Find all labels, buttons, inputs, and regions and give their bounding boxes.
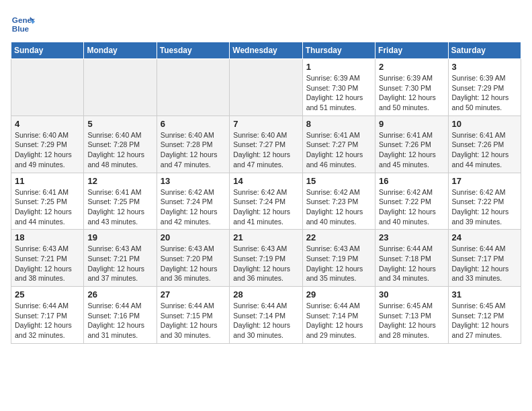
day-number: 6: [161, 119, 226, 129]
calendar-cell: 2Sunrise: 6:39 AM Sunset: 7:30 PM Daylig…: [375, 59, 448, 116]
day-number: 24: [452, 232, 517, 242]
day-header-thursday: Thursday: [302, 42, 375, 59]
day-number: 28: [233, 289, 298, 300]
day-info: Sunrise: 6:42 AM Sunset: 7:24 PM Dayligh…: [161, 187, 226, 227]
day-number: 31: [452, 289, 517, 300]
day-info: Sunrise: 6:44 AM Sunset: 7:16 PM Dayligh…: [87, 301, 152, 340]
logo: General Blue: [11, 11, 38, 35]
logo-icon: General Blue: [11, 11, 35, 35]
day-number: 30: [379, 289, 444, 300]
calendar: SundayMondayTuesdayWednesdayThursdayFrid…: [11, 42, 521, 344]
calendar-week-3: 11Sunrise: 6:41 AM Sunset: 7:25 PM Dayli…: [11, 173, 521, 230]
day-number: 26: [87, 289, 152, 300]
day-header-sunday: Sunday: [11, 42, 84, 59]
svg-text:Blue: Blue: [12, 24, 30, 33]
day-info: Sunrise: 6:45 AM Sunset: 7:12 PM Dayligh…: [452, 301, 517, 340]
calendar-cell: 17Sunrise: 6:42 AM Sunset: 7:22 PM Dayli…: [448, 173, 521, 230]
calendar-cell: 7Sunrise: 6:40 AM Sunset: 7:27 PM Daylig…: [230, 116, 302, 173]
calendar-week-5: 25Sunrise: 6:44 AM Sunset: 7:17 PM Dayli…: [11, 287, 521, 344]
day-number: 27: [161, 289, 226, 300]
day-info: Sunrise: 6:41 AM Sunset: 7:25 PM Dayligh…: [15, 187, 80, 227]
calendar-cell: 6Sunrise: 6:40 AM Sunset: 7:28 PM Daylig…: [157, 116, 229, 173]
day-number: 21: [233, 232, 298, 242]
day-number: 23: [379, 232, 444, 242]
calendar-cell: 31Sunrise: 6:45 AM Sunset: 7:12 PM Dayli…: [448, 287, 521, 344]
day-info: Sunrise: 6:44 AM Sunset: 7:14 PM Dayligh…: [306, 301, 371, 340]
day-info: Sunrise: 6:43 AM Sunset: 7:21 PM Dayligh…: [87, 244, 152, 283]
calendar-cell: 25Sunrise: 6:44 AM Sunset: 7:17 PM Dayli…: [11, 287, 84, 344]
day-info: Sunrise: 6:42 AM Sunset: 7:24 PM Dayligh…: [233, 187, 298, 227]
day-info: Sunrise: 6:44 AM Sunset: 7:17 PM Dayligh…: [452, 244, 517, 283]
calendar-cell: 27Sunrise: 6:44 AM Sunset: 7:15 PM Dayli…: [157, 287, 229, 344]
day-number: 4: [15, 119, 80, 129]
day-number: 19: [87, 232, 152, 242]
calendar-cell: 20Sunrise: 6:43 AM Sunset: 7:20 PM Dayli…: [157, 230, 229, 287]
day-number: 1: [306, 62, 371, 72]
day-number: 3: [452, 62, 517, 72]
calendar-cell: 1Sunrise: 6:39 AM Sunset: 7:30 PM Daylig…: [302, 59, 375, 116]
day-info: Sunrise: 6:43 AM Sunset: 7:19 PM Dayligh…: [306, 244, 371, 283]
day-info: Sunrise: 6:39 AM Sunset: 7:30 PM Dayligh…: [379, 73, 444, 113]
day-info: Sunrise: 6:39 AM Sunset: 7:30 PM Dayligh…: [306, 73, 371, 113]
calendar-header-row: SundayMondayTuesdayWednesdayThursdayFrid…: [11, 42, 521, 59]
calendar-cell: [11, 59, 84, 116]
day-info: Sunrise: 6:44 AM Sunset: 7:15 PM Dayligh…: [161, 301, 226, 340]
day-number: 12: [87, 176, 152, 186]
calendar-cell: 28Sunrise: 6:44 AM Sunset: 7:14 PM Dayli…: [230, 287, 302, 344]
day-info: Sunrise: 6:40 AM Sunset: 7:27 PM Dayligh…: [233, 130, 298, 170]
calendar-week-2: 4Sunrise: 6:40 AM Sunset: 7:29 PM Daylig…: [11, 116, 521, 173]
day-info: Sunrise: 6:43 AM Sunset: 7:20 PM Dayligh…: [161, 244, 226, 283]
calendar-cell: 4Sunrise: 6:40 AM Sunset: 7:29 PM Daylig…: [11, 116, 84, 173]
day-info: Sunrise: 6:41 AM Sunset: 7:26 PM Dayligh…: [452, 130, 517, 170]
day-info: Sunrise: 6:44 AM Sunset: 7:14 PM Dayligh…: [233, 301, 298, 340]
day-number: 13: [161, 176, 226, 186]
day-info: Sunrise: 6:40 AM Sunset: 7:28 PM Dayligh…: [87, 130, 152, 170]
calendar-cell: 16Sunrise: 6:42 AM Sunset: 7:22 PM Dayli…: [375, 173, 448, 230]
day-info: Sunrise: 6:42 AM Sunset: 7:23 PM Dayligh…: [306, 187, 371, 227]
day-header-wednesday: Wednesday: [230, 42, 302, 59]
day-header-friday: Friday: [375, 42, 448, 59]
day-number: 16: [379, 176, 444, 186]
day-info: Sunrise: 6:40 AM Sunset: 7:29 PM Dayligh…: [15, 130, 80, 170]
calendar-cell: 26Sunrise: 6:44 AM Sunset: 7:16 PM Dayli…: [84, 287, 157, 344]
day-info: Sunrise: 6:41 AM Sunset: 7:26 PM Dayligh…: [379, 130, 444, 170]
day-number: 20: [161, 232, 226, 242]
day-number: 15: [306, 176, 371, 186]
page-header: General Blue: [11, 11, 521, 35]
day-number: 8: [306, 119, 371, 129]
day-number: 29: [306, 289, 371, 300]
day-number: 2: [379, 62, 444, 72]
day-header-saturday: Saturday: [448, 42, 521, 59]
day-number: 17: [452, 176, 517, 186]
day-info: Sunrise: 6:42 AM Sunset: 7:22 PM Dayligh…: [379, 187, 444, 227]
day-number: 11: [15, 176, 80, 186]
calendar-cell: [230, 59, 302, 116]
day-info: Sunrise: 6:42 AM Sunset: 7:22 PM Dayligh…: [452, 187, 517, 227]
day-number: 7: [233, 119, 298, 129]
day-info: Sunrise: 6:43 AM Sunset: 7:21 PM Dayligh…: [15, 244, 80, 283]
calendar-cell: 10Sunrise: 6:41 AM Sunset: 7:26 PM Dayli…: [448, 116, 521, 173]
day-info: Sunrise: 6:41 AM Sunset: 7:25 PM Dayligh…: [87, 187, 152, 227]
calendar-cell: 19Sunrise: 6:43 AM Sunset: 7:21 PM Dayli…: [84, 230, 157, 287]
calendar-cell: 30Sunrise: 6:45 AM Sunset: 7:13 PM Dayli…: [375, 287, 448, 344]
day-header-tuesday: Tuesday: [157, 42, 229, 59]
calendar-cell: 9Sunrise: 6:41 AM Sunset: 7:26 PM Daylig…: [375, 116, 448, 173]
calendar-cell: 22Sunrise: 6:43 AM Sunset: 7:19 PM Dayli…: [302, 230, 375, 287]
calendar-cell: 8Sunrise: 6:41 AM Sunset: 7:27 PM Daylig…: [302, 116, 375, 173]
day-info: Sunrise: 6:43 AM Sunset: 7:19 PM Dayligh…: [233, 244, 298, 283]
day-number: 22: [306, 232, 371, 242]
calendar-cell: 3Sunrise: 6:39 AM Sunset: 7:29 PM Daylig…: [448, 59, 521, 116]
calendar-cell: 21Sunrise: 6:43 AM Sunset: 7:19 PM Dayli…: [230, 230, 302, 287]
day-info: Sunrise: 6:40 AM Sunset: 7:28 PM Dayligh…: [161, 130, 226, 170]
calendar-cell: 14Sunrise: 6:42 AM Sunset: 7:24 PM Dayli…: [230, 173, 302, 230]
calendar-cell: 5Sunrise: 6:40 AM Sunset: 7:28 PM Daylig…: [84, 116, 157, 173]
calendar-cell: 15Sunrise: 6:42 AM Sunset: 7:23 PM Dayli…: [302, 173, 375, 230]
calendar-cell: 29Sunrise: 6:44 AM Sunset: 7:14 PM Dayli…: [302, 287, 375, 344]
day-info: Sunrise: 6:44 AM Sunset: 7:18 PM Dayligh…: [379, 244, 444, 283]
day-number: 9: [379, 119, 444, 129]
calendar-cell: 12Sunrise: 6:41 AM Sunset: 7:25 PM Dayli…: [84, 173, 157, 230]
calendar-cell: 24Sunrise: 6:44 AM Sunset: 7:17 PM Dayli…: [448, 230, 521, 287]
calendar-cell: [84, 59, 157, 116]
calendar-cell: 18Sunrise: 6:43 AM Sunset: 7:21 PM Dayli…: [11, 230, 84, 287]
day-info: Sunrise: 6:39 AM Sunset: 7:29 PM Dayligh…: [452, 73, 517, 113]
